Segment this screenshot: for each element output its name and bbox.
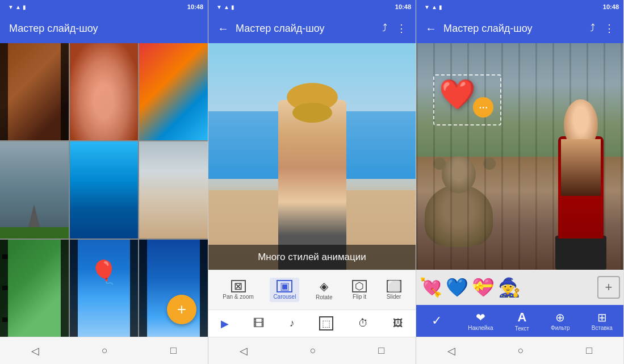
wifi-icon-3: ▲ — [432, 4, 437, 10]
nav-home-2[interactable]: ○ — [310, 345, 316, 357]
photo-cell-9[interactable] — [139, 240, 208, 337]
app-bar-1: Мастер слайд-шоу — [0, 14, 208, 43]
slide-caption: Много стилей анимации — [208, 245, 416, 270]
film-btn[interactable]: 🎞 — [253, 317, 265, 330]
bottom-nav-1: ◁ ○ □ — [0, 337, 208, 364]
status-bar-3: ▼ ▲ ▮ 10:48 — [416, 0, 623, 14]
status-icons-3: ▼ ▲ ▮ — [424, 4, 442, 10]
insert-tool-label: Вставка — [592, 325, 613, 331]
nav-back-3[interactable]: ◁ — [447, 345, 455, 357]
sticker-tool-icon: ❤ — [476, 311, 485, 324]
back-button-2[interactable]: ← — [217, 22, 229, 35]
back-button-3[interactable]: ← — [425, 22, 437, 35]
share-icon-2[interactable]: ⤴ — [382, 22, 387, 35]
animation-toolbar: ⊠ Pan & zoom ▣ Carousel ◈ Rotate ⬡ Flip … — [208, 270, 416, 309]
phone-2: ▼ ▲ ▮ 10:48 ← Мастер слайд-шоу ⤴ ⋮ — [208, 0, 416, 364]
nav-recents-1[interactable]: □ — [170, 345, 177, 357]
fab-icon: + — [177, 300, 186, 319]
nav-home-3[interactable]: ○ — [518, 345, 524, 357]
insert-tool[interactable]: ⊞ Вставка — [592, 311, 613, 331]
signal-icon-2: ▼ — [216, 4, 222, 10]
status-time-3: 10:48 — [603, 3, 619, 10]
play-btn[interactable]: ▶ — [221, 317, 229, 330]
share-icon-3[interactable]: ⤴ — [590, 22, 595, 35]
music-btn[interactable]: ♪ — [290, 317, 295, 329]
nav-back-2[interactable]: ◁ — [240, 345, 248, 357]
sticker-tool-label: Наклейка — [468, 325, 493, 331]
status-icons-1: ▼ ▲ ▮ — [8, 4, 26, 10]
photo-cell-5[interactable] — [70, 141, 139, 239]
phone-3: ▼ ▲ ▮ 10:48 ← Мастер слайд-шоу ⤴ ⋮ — [416, 0, 623, 364]
nav-recents-2[interactable]: □ — [378, 345, 384, 357]
action-icons-3: ⤴ ⋮ — [590, 22, 614, 35]
carousel-icon: ▣ — [277, 280, 292, 292]
action-icons-2: ⤴ ⋮ — [382, 22, 407, 35]
timer-btn[interactable]: ⏱ — [358, 317, 368, 329]
fab-add[interactable]: + — [167, 295, 196, 324]
status-bar-1: ▼ ▲ ▮ 10:48 — [0, 0, 208, 14]
sticker-wizard[interactable]: 🧙 — [498, 277, 521, 298]
anim-rotate[interactable]: ◈ Rotate — [312, 277, 336, 303]
more-icon-2[interactable]: ⋮ — [396, 22, 407, 35]
text-tool[interactable]: A Текст — [515, 310, 529, 332]
nav-recents-3[interactable]: □ — [586, 345, 592, 357]
anim-carousel[interactable]: ▣ Carousel — [270, 278, 299, 302]
bottom-nav-2: ◁ ○ □ — [208, 337, 416, 364]
filter-tool-icon: ⊕ — [555, 311, 565, 324]
pan-zoom-icon: ⊠ — [231, 280, 246, 292]
filter-tool-label: Фильтр — [551, 325, 570, 331]
photo-cell-7[interactable] — [0, 240, 69, 337]
app-title-3: Мастер слайд-шоу — [443, 23, 583, 35]
zoo-photo: ❤️ ⋯ — [416, 43, 623, 270]
flip-label: Flip it — [353, 294, 366, 300]
battery-icon-3: ▮ — [439, 4, 442, 10]
image-btn[interactable]: 🖼 — [393, 317, 403, 329]
nav-back-1[interactable]: ◁ — [31, 345, 39, 357]
photo-cell-3[interactable] — [139, 43, 208, 140]
app-bar-2: ← Мастер слайд-шоу ⤴ ⋮ — [208, 14, 416, 43]
edit-toolbar: ✓ ❤ Наклейка A Текст ⊕ Фильтр ⊞ Вставка — [416, 305, 623, 337]
sticker-blue-heart[interactable]: 💙 — [446, 277, 468, 298]
phone-1: ▼ ▲ ▮ 10:48 Мастер слайд-шоу — [0, 0, 208, 364]
photo-cell-6[interactable] — [139, 141, 208, 239]
slide-preview: Много стилей анимации — [208, 43, 416, 270]
flip-icon: ⬡ — [352, 280, 367, 292]
slider-icon: ⬜ — [387, 280, 401, 292]
anim-flip[interactable]: ⬡ Flip it — [349, 278, 370, 302]
beach-scene — [208, 43, 416, 270]
sticker-tool[interactable]: ❤ Наклейка — [468, 311, 493, 331]
bottom-nav-3: ◁ ○ □ — [416, 337, 623, 364]
slide-btn[interactable]: ⬚ — [319, 316, 333, 330]
text-tool-icon: A — [517, 310, 526, 325]
sticker-add-button[interactable]: + — [597, 276, 620, 299]
anim-slider[interactable]: ⬜ Slider — [383, 278, 405, 302]
app-title-2: Мастер слайд-шоу — [236, 23, 375, 35]
sticker-gift-heart[interactable]: 💝 — [472, 277, 495, 298]
rotate-icon: ◈ — [320, 279, 328, 293]
signal-icon-3: ▼ — [424, 4, 430, 10]
filter-tool[interactable]: ⊕ Фильтр — [551, 311, 570, 331]
nav-home-1[interactable]: ○ — [102, 345, 108, 357]
signal-icon: ▼ — [8, 4, 14, 10]
anim-pan-zoom[interactable]: ⊠ Pan & zoom — [219, 278, 257, 302]
text-tool-label: Текст — [515, 325, 529, 332]
more-icon-3[interactable]: ⋮ — [604, 22, 614, 35]
sticker-options-dot[interactable]: ⋯ — [473, 97, 493, 118]
carousel-label: Carousel — [273, 294, 296, 300]
slider-label: Slider — [387, 294, 401, 300]
photo-cell-8[interactable]: 🎈 — [70, 240, 139, 337]
photo-cell-2[interactable] — [70, 43, 139, 140]
check-button[interactable]: ✓ — [427, 309, 446, 333]
sticker-edit-area: ❤️ ⋯ — [416, 43, 623, 270]
sticker-tray: 💘 💙 💝 🧙 + — [416, 270, 623, 305]
sticker-arrow-heart[interactable]: 💘 — [420, 277, 442, 298]
status-time-1: 10:48 — [187, 3, 203, 10]
status-icons-2: ▼ ▲ ▮ — [216, 4, 234, 10]
heart-sticker[interactable]: ❤️ — [439, 77, 476, 112]
battery-icon: ▮ — [23, 4, 26, 10]
photo-cell-1[interactable] — [0, 43, 69, 140]
app-title-1: Мастер слайд-шоу — [9, 23, 199, 35]
photo-cell-4[interactable] — [0, 141, 69, 239]
status-time-2: 10:48 — [395, 3, 411, 10]
insert-tool-icon: ⊞ — [597, 311, 607, 324]
